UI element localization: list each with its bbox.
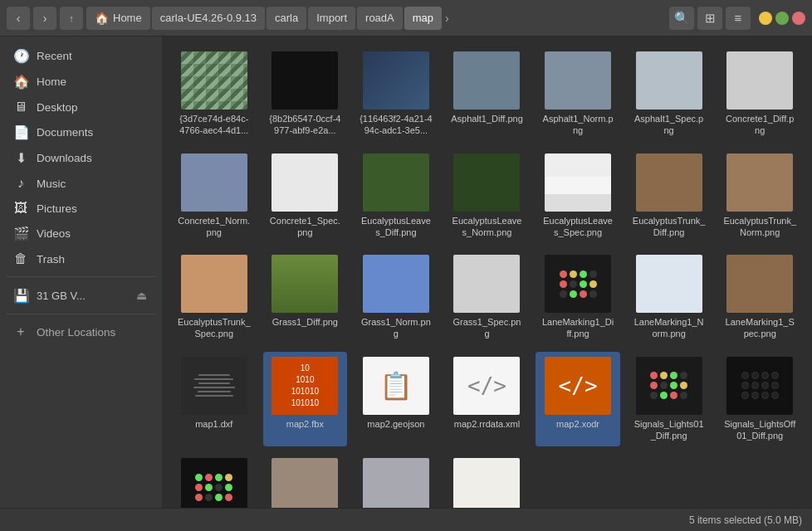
file-name: Asphalt1_Norm.png <box>541 113 614 137</box>
file-item[interactable]: Grass1_Norm.png <box>354 250 438 345</box>
file-item[interactable]: EucalyptusTrunk_Norm.png <box>717 149 802 244</box>
file-item[interactable]: Asphalt1_Diff.png <box>445 46 530 142</box>
file-item[interactable]: LaneMarking1_Diff.png <box>536 250 620 345</box>
window-minimize-button[interactable] <box>759 12 772 25</box>
file-item[interactable]: Signals_LightsOff01_Diff.png <box>717 352 802 447</box>
file-name: map2.rrdata.xml <box>454 418 520 430</box>
file-area[interactable]: {3d7ce74d-e84c-4766-aec4-4d1...{8b2b6547… <box>162 37 812 508</box>
nav-up-button[interactable]: ↑ <box>60 7 83 30</box>
sidebar-item-pictures[interactable]: 🖼 Pictures <box>0 196 162 221</box>
file-item[interactable]: </>map2.rrdata.xml <box>445 352 530 447</box>
file-name: Concrete1_Spec.png <box>268 215 341 239</box>
file-item[interactable]: Asphalt1_Norm.png <box>536 46 620 142</box>
sidebar-label-desktop: Desktop <box>37 101 78 114</box>
breadcrumb-more-button[interactable]: › <box>443 12 451 25</box>
file-item[interactable]: Concrete1_Diff.png <box>717 46 802 142</box>
file-name: EucalyptusTrunk_Diff.png <box>633 215 706 239</box>
titlebar: ‹ › ↑ 🏠 Home carla-UE4.26-0.9.13 carla I… <box>0 0 812 37</box>
file-name: EucalyptusLeaves_Diff.png <box>360 215 433 239</box>
breadcrumb-map-label: map <box>413 12 433 24</box>
file-item[interactable]: Grass1_Diff.png <box>263 250 348 345</box>
file-name: Concrete1_Norm.png <box>178 215 251 239</box>
file-item[interactable]: Signals_TextureSheet01_Norm.png <box>354 453 438 508</box>
sidebar-label-trash: Trash <box>37 253 65 266</box>
view-toggle-button[interactable]: ⊞ <box>697 7 722 30</box>
file-item[interactable]: Signals_Lights01_Diff.png <box>627 352 712 447</box>
home-icon: 🏠 <box>95 12 109 25</box>
file-item[interactable]: Signals_TextureSheet01_Spec.png <box>445 453 530 508</box>
sidebar-item-home[interactable]: 🏠 Home <box>0 69 162 95</box>
breadcrumb-bar: 🏠 Home carla-UE4.26-0.9.13 carla Import … <box>86 7 666 30</box>
home-icon: 🏠 <box>13 74 28 90</box>
sidebar-item-trash[interactable]: 🗑 Trash <box>0 246 162 271</box>
sidebar-item-drive[interactable]: 💾 31 GB V... ⏏ <box>0 282 162 309</box>
nav-back-button[interactable]: ‹ <box>7 7 30 30</box>
file-item[interactable]: Concrete1_Norm.png <box>172 149 257 244</box>
file-item[interactable]: Signals_LightsOn01_Diff.png <box>172 453 257 508</box>
downloads-icon: ⬇ <box>13 150 28 166</box>
file-item[interactable]: Asphalt1_Spec.png <box>627 46 712 142</box>
file-item[interactable]: EucalyptusLeaves_Spec.png <box>536 149 620 244</box>
file-item[interactable]: map1.dxf <box>172 352 257 447</box>
file-item[interactable]: {8b2b6547-0ccf-4977-abf9-e2a... <box>263 46 348 142</box>
file-item[interactable]: 101010101010101010map2.fbx <box>263 352 348 447</box>
breadcrumb-home[interactable]: 🏠 Home <box>86 7 150 30</box>
file-name: map2.geojson <box>367 418 424 430</box>
window-close-button[interactable] <box>792 12 805 25</box>
sidebar-label-drive: 31 GB V... <box>37 290 86 302</box>
file-name: Concrete1_Diff.png <box>723 113 796 137</box>
file-item[interactable]: </>map2.xodr <box>536 352 620 447</box>
file-item[interactable]: LaneMarking1_Norm.png <box>627 250 712 345</box>
drive-icon: 💾 <box>13 288 28 304</box>
sidebar-item-music[interactable]: ♪ Music <box>0 171 162 196</box>
breadcrumb-map[interactable]: map <box>404 7 442 30</box>
file-name: Signals_Lights01_Diff.png <box>633 418 706 442</box>
file-item[interactable]: LaneMarking1_Spec.png <box>717 250 802 345</box>
sidebar-item-videos[interactable]: 🎬 Videos <box>0 221 162 246</box>
file-grid: {3d7ce74d-e84c-4766-aec4-4d1...{8b2b6547… <box>172 46 802 508</box>
breadcrumb-import[interactable]: Import <box>308 7 355 30</box>
sidebar-label-documents: Documents <box>37 126 93 139</box>
breadcrumb-import-label: Import <box>316 12 347 24</box>
documents-icon: 📄 <box>13 124 28 140</box>
file-item[interactable]: EucalyptusLeaves_Diff.png <box>354 149 438 244</box>
nav-forward-button[interactable]: › <box>33 7 56 30</box>
file-item[interactable]: EucalyptusTrunk_Spec.png <box>172 250 257 345</box>
file-name: {116463f2-4a21-494c-adc1-3e5... <box>360 113 433 137</box>
file-name: Grass1_Spec.png <box>450 316 523 340</box>
sidebar-item-desktop[interactable]: 🖥 Desktop <box>0 95 162 119</box>
sidebar-item-downloads[interactable]: ⬇ Downloads <box>0 145 162 171</box>
menu-button[interactable]: ≡ <box>726 7 751 30</box>
file-name: EucalyptusTrunk_Norm.png <box>723 215 796 239</box>
file-name: EucalyptusTrunk_Spec.png <box>178 316 251 340</box>
search-button[interactable]: 🔍 <box>669 7 694 30</box>
file-name: LaneMarking1_Diff.png <box>541 316 614 340</box>
toolbar-right: 🔍 ⊞ ≡ <box>669 7 751 30</box>
breadcrumb-roada[interactable]: roadA <box>357 7 403 30</box>
file-name: EucalyptusLeaves_Norm.png <box>450 215 523 239</box>
window-controls <box>759 12 805 25</box>
sidebar-label-videos: Videos <box>37 227 71 240</box>
eject-button[interactable]: ⏏ <box>135 287 149 304</box>
breadcrumb-roada-label: roadA <box>365 12 394 24</box>
sidebar-item-other-locations[interactable]: + Other Locations <box>0 319 162 344</box>
file-item[interactable]: Signals_TextureSheet01_Diff.png <box>263 453 348 508</box>
breadcrumb-carla-ue4[interactable]: carla-UE4.26-0.9.13 <box>152 7 265 30</box>
status-text: 5 items selected (5.0 MB) <box>689 514 802 526</box>
file-item[interactable]: EucalyptusTrunk_Diff.png <box>627 149 712 244</box>
file-item[interactable]: 📋map2.geojson <box>354 352 438 447</box>
sidebar-item-documents[interactable]: 📄 Documents <box>0 119 162 145</box>
sidebar-divider-2 <box>7 314 155 314</box>
file-item[interactable]: Grass1_Spec.png <box>445 250 530 345</box>
file-name: Signals_LightsOff01_Diff.png <box>723 418 796 442</box>
file-item[interactable]: Concrete1_Spec.png <box>263 149 348 244</box>
file-item[interactable]: {3d7ce74d-e84c-4766-aec4-4d1... <box>172 46 257 142</box>
file-item[interactable]: EucalyptusLeaves_Norm.png <box>445 149 530 244</box>
file-item[interactable]: {116463f2-4a21-494c-adc1-3e5... <box>354 46 438 142</box>
add-location-icon: + <box>13 324 28 339</box>
window-maximize-button[interactable] <box>775 12 789 25</box>
breadcrumb-carla[interactable]: carla <box>267 7 306 30</box>
sidebar-label-other-locations: Other Locations <box>37 326 115 339</box>
file-name: {8b2b6547-0ccf-4977-abf9-e2a... <box>268 113 341 137</box>
sidebar-item-recent[interactable]: 🕐 Recent <box>0 43 162 69</box>
